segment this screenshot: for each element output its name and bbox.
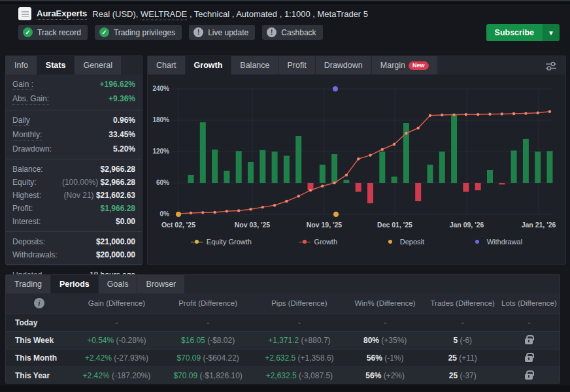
info-column-header: i	[6, 293, 73, 314]
info-icon[interactable]: i	[34, 298, 44, 308]
tab-browser[interactable]: Browser	[137, 275, 185, 293]
stats-panel: Info Stats General Gain :+196.62% Abs. G…	[5, 56, 142, 265]
check-icon: ✓	[23, 27, 33, 37]
svg-text:0%: 0%	[160, 210, 170, 218]
badge-trading-privileges[interactable]: ✓ Trading privileges	[95, 25, 182, 40]
col-pips: Pips (Difference)	[255, 293, 344, 314]
account-header: AuraExperts Real (USD), WELTRADE , Techn…	[18, 6, 368, 22]
stat-highest: Highest:(Nov 21) $21,602.63	[12, 189, 135, 202]
table-header-row: i Gain (Difference) Profit (Difference) …	[6, 293, 560, 314]
subscribe-button[interactable]: Subscribe	[486, 24, 543, 41]
growth-chart[interactable]: 0%60%120%180%240%Oct 02, '25Nov 03, '25N…	[148, 78, 565, 235]
svg-text:Oct 02, '25: Oct 02, '25	[161, 221, 195, 229]
periods-table: i Gain (Difference) Profit (Difference) …	[6, 293, 560, 384]
chart-tabs: Chart Growth Balance Profit Drawdown Mar…	[148, 56, 565, 74]
divider	[6, 231, 142, 232]
badge-track-record[interactable]: ✓ Track record	[18, 25, 88, 40]
stats-body: Gain :+196.62% Abs. Gain:+9.36% Daily0.9…	[6, 74, 142, 295]
verification-badges: ✓ Track record ✓ Trading privileges ! Li…	[18, 25, 323, 40]
tab-periods[interactable]: Periods	[51, 275, 99, 293]
chart-legend: Equity Growth Growth Deposit Withdrawal	[148, 238, 565, 246]
line-dot-icon	[299, 239, 310, 245]
new-badge: New	[409, 61, 429, 70]
stat-monthly: Monthly:33.45%	[12, 128, 135, 142]
exclamation-icon: !	[267, 27, 277, 37]
legend-withdrawal[interactable]: Withdrawal	[471, 238, 522, 246]
col-trades: Trades (Difference)	[427, 293, 499, 314]
legend-deposit[interactable]: Deposit	[384, 238, 424, 246]
svg-text:120%: 120%	[152, 148, 169, 155]
account-subtitle: Real (USD), WELTRADE , Technical , Autom…	[92, 9, 368, 19]
svg-text:Jan 21, '26: Jan 21, '26	[522, 221, 556, 229]
top-strip	[0, 0, 570, 4]
stat-profit: Profit:$1,966.28	[12, 202, 135, 215]
chart-glyph-icon	[22, 11, 29, 17]
divider	[6, 265, 142, 265]
broker-link[interactable]: WELTRADE	[141, 9, 187, 20]
tab-profit[interactable]: Profit	[279, 56, 316, 74]
svg-text:Jan 09, '26: Jan 09, '26	[450, 221, 484, 229]
lock-icon	[525, 356, 533, 362]
stat-equity: Equity:(100.00%) $2,966.28	[12, 176, 135, 189]
account-avatar[interactable]	[18, 7, 31, 20]
table-row-today[interactable]: Today - - - - - -	[6, 314, 560, 331]
dot-icon	[471, 239, 483, 245]
stat-withdrawals: Withdrawals:$20,000.00	[12, 248, 135, 261]
stat-gain: Gain :+196.62%	[12, 78, 135, 92]
badge-live-update[interactable]: ! Live update	[189, 25, 255, 40]
tab-drawdown[interactable]: Drawdown	[316, 56, 372, 74]
divider	[6, 110, 142, 110]
svg-text:Nov 03, '25: Nov 03, '25	[235, 221, 271, 229]
stat-abs-gain: Abs. Gain:+9.36%	[12, 92, 135, 106]
col-gain: Gain (Difference)	[73, 293, 161, 314]
badge-cashback[interactable]: ! Cashback	[262, 25, 322, 40]
col-win: Win% (Difference)	[344, 293, 427, 314]
exclamation-icon: !	[193, 27, 203, 37]
tab-info[interactable]: Info	[6, 56, 37, 74]
tab-stats[interactable]: Stats	[37, 56, 75, 74]
col-profit: Profit (Difference)	[161, 293, 255, 314]
stat-daily: Daily0.96%	[12, 114, 135, 128]
svg-text:240%: 240%	[152, 85, 169, 92]
stat-deposits: Deposits:$21,000.00	[12, 235, 135, 248]
legend-growth[interactable]: Growth	[299, 238, 337, 246]
chevron-down-icon: ▼	[548, 29, 554, 37]
table-row-this-month[interactable]: This Month +2.42% (-27.93%) $70.09 (-$60…	[6, 349, 560, 367]
tab-general[interactable]: General	[75, 56, 121, 74]
divider	[6, 159, 142, 159]
tab-balance[interactable]: Balance	[231, 56, 278, 74]
table-row-this-year[interactable]: This Year +2.42% (-187.20%) $70.09 (-$1,…	[6, 367, 560, 384]
svg-text:Nov 19, '25: Nov 19, '25	[307, 221, 343, 229]
tab-trading[interactable]: Trading	[6, 275, 51, 293]
legend-equity-growth[interactable]: Equity Growth	[191, 238, 252, 246]
periods-tabs: Trading Periods Goals Browser	[6, 275, 560, 293]
chart-settings-icon[interactable]	[545, 61, 558, 74]
chart-panel: Chart Growth Balance Profit Drawdown Mar…	[147, 56, 566, 265]
subscribe-dropdown[interactable]: ▼	[543, 24, 560, 41]
tab-margin[interactable]: MarginNew	[372, 56, 438, 74]
stat-drawdown: Drawdown:5.20%	[12, 142, 135, 155]
col-lots: Lots (Difference)	[499, 293, 560, 314]
table-row-this-week[interactable]: This Week +0.54% (-0.28%) $16.05 (-$8.02…	[6, 331, 560, 349]
subscribe-split-button: Subscribe ▼	[486, 24, 560, 41]
lock-icon	[525, 338, 533, 344]
periods-panel: Trading Periods Goals Browser i Gain (Di…	[5, 274, 560, 384]
bottom-strip	[0, 385, 570, 392]
svg-text:Dec 01, '25: Dec 01, '25	[377, 221, 412, 229]
stats-tabs: Info Stats General	[6, 56, 142, 74]
dot-icon	[384, 239, 396, 245]
svg-text:60%: 60%	[156, 179, 169, 186]
lock-icon	[525, 374, 533, 380]
svg-text:180%: 180%	[152, 116, 169, 123]
stat-interest: Interest:$0.00	[12, 215, 135, 228]
account-name-link[interactable]: AuraExperts	[37, 8, 87, 20]
tab-chart[interactable]: Chart	[148, 56, 186, 74]
check-icon: ✓	[99, 27, 109, 37]
tab-growth[interactable]: Growth	[186, 56, 232, 74]
tab-goals[interactable]: Goals	[99, 275, 138, 293]
stat-balance: Balance:$2,966.28	[12, 163, 135, 176]
line-dot-icon	[191, 239, 203, 245]
